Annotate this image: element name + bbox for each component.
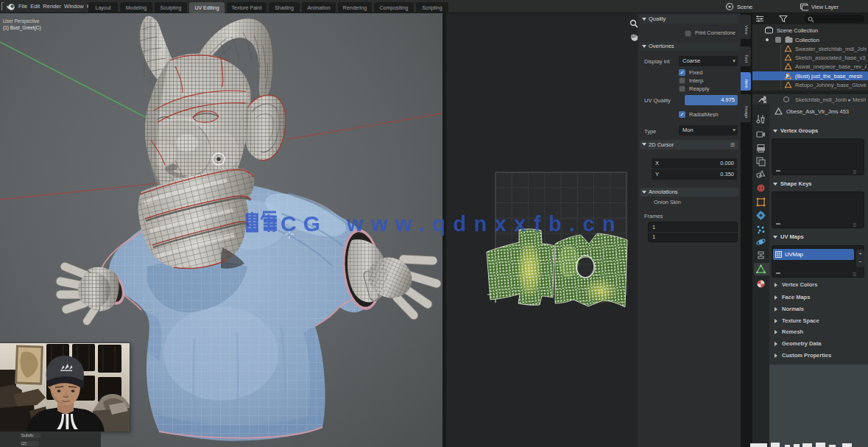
svg-text:User Perspective: User Perspective (3, 18, 40, 24)
svg-text:(1) Bust_Greet(C): (1) Bust_Greet(C) (3, 25, 41, 31)
svg-text:www.qdnxxfb.cn: www.qdnxxfb.cn (346, 212, 623, 236)
svg-text:CG: CG (280, 211, 327, 236)
